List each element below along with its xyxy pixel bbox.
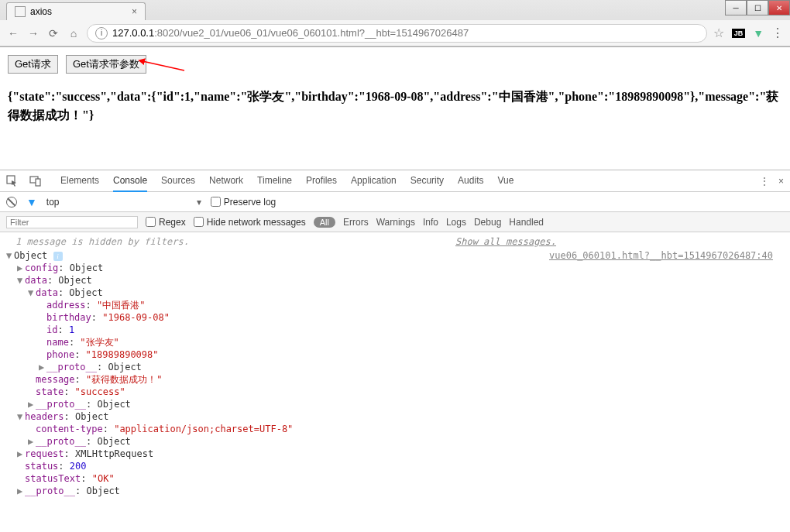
tree-row: address: "中国香港" (6, 299, 784, 311)
devtools-panel: Elements Console Sources Network Timelin… (0, 170, 790, 532)
tab-close-icon[interactable]: × (132, 6, 137, 17)
svg-rect-6 (36, 179, 40, 186)
home-button[interactable]: ⌂ (67, 26, 81, 40)
tree-row[interactable]: ▶request: XMLHttpRequest (6, 448, 784, 460)
tree-row: birthday: "1968-09-08" (6, 311, 784, 324)
devtools-header: Elements Console Sources Network Timelin… (0, 170, 790, 192)
filter-warnings[interactable]: Warnings (376, 217, 415, 228)
browser-chrome: ─ ☐ ✕ axios × ← → ⟳ ⌂ i 127.0.0.1:8020/v… (0, 0, 790, 47)
context-dropdown[interactable]: top (46, 197, 201, 208)
close-button[interactable]: ✕ (768, 0, 790, 15)
forward-button[interactable]: → (26, 26, 40, 40)
tree-row[interactable]: ▶__proto__: Object (6, 485, 784, 497)
toolbar-icons: ☆ JB ▼ ⋮ (713, 26, 784, 40)
hide-network-checkbox[interactable]: Hide network messages (194, 217, 306, 228)
tab-timeline[interactable]: Timeline (257, 170, 292, 192)
get-request-params-button[interactable]: Get请求带参数 (66, 55, 146, 74)
filter-errors[interactable]: Errors (343, 217, 369, 228)
info-icon[interactable]: i (53, 252, 63, 261)
preserve-log-checkbox[interactable]: Preserve log (211, 197, 276, 208)
tab-elements[interactable]: Elements (60, 170, 99, 192)
tree-row[interactable]: ▶__proto__: Object (6, 435, 784, 448)
console-toolbar: ▼ top Preserve log (0, 192, 790, 212)
regex-checkbox[interactable]: Regex (146, 217, 186, 228)
clear-console-icon[interactable] (6, 197, 17, 208)
json-output: {"state":"success","data":{"id":1,"name"… (8, 88, 782, 125)
tree-row: id: 1 (6, 324, 784, 336)
devtools-tabs: Elements Console Sources Network Timelin… (60, 170, 514, 192)
show-all-link[interactable]: Show all messages. (455, 235, 556, 248)
filter-icon[interactable]: ▼ (26, 196, 37, 208)
browser-tab[interactable]: axios × (6, 2, 146, 20)
tab-security[interactable]: Security (410, 170, 444, 192)
url-path: /vue2_01/vue06_01/vue06_060101.html?__hb… (180, 27, 469, 39)
filter-all-pill[interactable]: All (314, 217, 335, 228)
hidden-message-notice: 1 message is hidden by filters. (6, 235, 198, 249)
tree-row: state: "success" (6, 386, 784, 398)
tree-row[interactable]: ▶config: Object (6, 262, 784, 274)
tab-profiles[interactable]: Profiles (306, 170, 337, 192)
url-port: :8020 (154, 27, 180, 39)
console-filterbar: Regex Hide network messages All Errors W… (0, 212, 790, 232)
tab-console[interactable]: Console (113, 170, 147, 192)
inspect-icon[interactable] (6, 175, 19, 187)
page-content: Get请求 Get请求带参数 {"state":"success","data"… (0, 47, 790, 132)
tab-vue[interactable]: Vue (497, 170, 514, 192)
tree-row[interactable]: ▶__proto__: Object (6, 361, 784, 373)
tree-row[interactable]: ▼headers: Object (6, 410, 784, 423)
console-body: 1 message is hidden by filters. Show all… (0, 232, 790, 532)
vue-devtools-icon[interactable]: ▼ (753, 27, 764, 39)
reload-button[interactable]: ⟳ (46, 26, 60, 40)
tree-row: message: "获得数据成功！" (6, 373, 784, 386)
url-host: 127.0.0.1 (112, 27, 154, 39)
tree-row[interactable]: ▼data: Object (6, 287, 784, 299)
tab-application[interactable]: Application (351, 170, 397, 192)
tree-row: phone: "18989890098" (6, 348, 784, 361)
minimize-button[interactable]: ─ (725, 0, 747, 15)
tab-network[interactable]: Network (209, 170, 243, 192)
filter-info[interactable]: Info (423, 217, 438, 228)
tree-row: name: "张学友" (6, 336, 784, 348)
tree-row: status: 200 (6, 460, 784, 472)
bookmark-icon[interactable]: ☆ (713, 26, 724, 40)
tab-sources[interactable]: Sources (161, 170, 195, 192)
maximize-button[interactable]: ☐ (747, 0, 768, 15)
site-info-icon[interactable]: i (95, 27, 108, 39)
tab-title: axios (30, 6, 52, 17)
filter-handled[interactable]: Handled (509, 217, 544, 228)
devtools-menu-icon[interactable]: ⋮ (760, 176, 769, 187)
tree-row[interactable]: ▼data: Object (6, 274, 784, 287)
tab-bar: axios × (0, 0, 790, 20)
tree-row: statusText: "OK" (6, 472, 784, 485)
filter-logs[interactable]: Logs (446, 217, 466, 228)
address-bar: ← → ⟳ ⌂ i 127.0.0.1:8020/vue2_01/vue06_0… (0, 20, 790, 46)
filter-input[interactable] (6, 216, 138, 228)
window-controls: ─ ☐ ✕ (725, 0, 790, 15)
filter-debug[interactable]: Debug (474, 217, 501, 228)
source-link[interactable]: vue06_060101.html?__hbt=1514967026487:40 (549, 249, 773, 262)
devtools-close-icon[interactable]: × (778, 176, 784, 187)
page-icon (15, 6, 26, 17)
menu-icon[interactable]: ⋮ (771, 26, 784, 40)
back-button[interactable]: ← (6, 26, 20, 40)
tree-row[interactable]: ▶__proto__: Object (6, 398, 784, 410)
url-input[interactable]: i 127.0.0.1:8020/vue2_01/vue06_01/vue06_… (87, 24, 707, 43)
jb-extension-icon[interactable]: JB (732, 29, 746, 38)
tab-audits[interactable]: Audits (458, 170, 483, 192)
device-toggle-icon[interactable] (29, 175, 42, 187)
tree-row: content-type: "application/json;charset=… (6, 423, 784, 435)
get-request-button[interactable]: Get请求 (8, 55, 58, 74)
